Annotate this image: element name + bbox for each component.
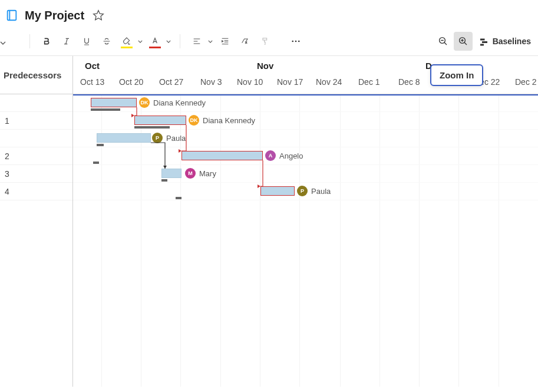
zoom-in-tooltip: Zoom In (430, 64, 483, 86)
predecessors-column: Predecessors 1234 (0, 56, 73, 387)
task-assignee[interactable]: DKDiana Kennedy (139, 97, 206, 108)
task-bar[interactable] (91, 98, 137, 107)
assignee-name: Paula (311, 187, 331, 196)
task-bar[interactable] (181, 151, 263, 160)
separator (29, 34, 30, 48)
predecessor-cell[interactable]: 4 (0, 183, 72, 200)
font-color-swatch (149, 47, 161, 48)
strikethrough-button[interactable] (97, 32, 116, 51)
week-label: Dec 1 (358, 77, 380, 87)
star-icon[interactable] (93, 9, 104, 21)
avatar: P (152, 133, 163, 143)
zoom-group: Baselines (434, 32, 536, 51)
progress-indicator (134, 126, 170, 129)
tooltip-label: Zoom In (440, 70, 474, 80)
italic-button[interactable] (57, 32, 76, 51)
baselines-label: Baselines (493, 37, 531, 46)
week-label: Oct 27 (159, 77, 183, 87)
chevron-down-icon[interactable] (206, 32, 214, 51)
progress-indicator (91, 108, 120, 111)
gantt-body[interactable]: DKDiana KennedyDKDiana KennedyPPaulaAAng… (73, 94, 538, 387)
week-label: Nov 17 (277, 77, 303, 87)
text-style-group (37, 32, 173, 51)
svg-point-3 (298, 41, 300, 42)
font-color-button[interactable] (146, 32, 164, 51)
underline-button[interactable] (77, 32, 96, 51)
progress-indicator (176, 197, 181, 199)
week-label: Oct 13 (80, 77, 104, 87)
task-bar[interactable] (97, 133, 151, 143)
gantt-chart[interactable]: OctNovDec Oct 13Oct 20Oct 27Nov 3Nov 10N… (73, 56, 538, 387)
main-area: Predecessors 1234 OctNovDec Oct 13Oct 20… (0, 56, 538, 387)
svg-point-1 (292, 41, 293, 42)
task-row[interactable]: DKDiana Kennedy (73, 112, 538, 130)
predecessor-cell[interactable] (0, 94, 72, 112)
assignee-name: Diana Kennedy (153, 98, 206, 107)
month-label: Nov (257, 61, 273, 71)
task-row[interactable]: MMary (73, 165, 538, 183)
task-assignee[interactable]: PPaula (152, 133, 186, 143)
predecessor-cell[interactable]: 3 (0, 165, 72, 183)
predecessor-cell[interactable]: 1 (0, 112, 72, 130)
svg-rect-0 (8, 11, 16, 21)
avatar: DK (139, 97, 150, 108)
clear-format-button[interactable] (236, 32, 255, 51)
avatar: P (297, 186, 308, 196)
clipped-dropdown[interactable] (0, 41, 6, 45)
font-color-dropdown[interactable] (146, 32, 173, 51)
predecessor-cell[interactable]: 2 (0, 147, 72, 165)
fill-color-dropdown[interactable] (117, 32, 144, 51)
alignment-group (187, 32, 275, 51)
align-button[interactable] (187, 32, 206, 51)
task-bar[interactable] (161, 169, 181, 178)
task-row[interactable]: PPaula (73, 183, 538, 200)
assignee-name: Diana Kennedy (203, 116, 255, 125)
assignee-name: Mary (199, 169, 216, 178)
baselines-icon (478, 36, 489, 47)
progress-indicator (161, 179, 167, 182)
avatar: A (265, 150, 276, 161)
task-assignee[interactable]: AAngelo (265, 150, 303, 161)
assignee-name: Paula (166, 134, 186, 143)
task-row[interactable]: DKDiana Kennedy (73, 94, 538, 112)
task-assignee[interactable]: PPaula (297, 186, 331, 196)
task-row[interactable]: AAngelo (73, 147, 538, 165)
predecessors-header[interactable]: Predecessors (0, 56, 72, 94)
app-header: My Project (0, 0, 538, 29)
zoom-in-button[interactable] (454, 32, 473, 51)
avatar: DK (189, 115, 199, 126)
week-label: Nov 3 (200, 77, 222, 87)
chevron-down-icon[interactable] (164, 32, 173, 51)
avatar: M (185, 168, 196, 179)
project-title[interactable]: My Project (25, 9, 84, 22)
task-assignee[interactable]: DKDiana Kennedy (189, 115, 255, 126)
task-bar[interactable] (134, 116, 186, 125)
bold-button[interactable] (37, 32, 56, 51)
fill-color-swatch (121, 47, 133, 48)
selection-line (73, 94, 538, 95)
fill-color-button[interactable] (117, 32, 136, 51)
baselines-button[interactable]: Baselines (474, 32, 536, 51)
svg-point-2 (295, 41, 297, 42)
more-group (286, 32, 305, 51)
progress-indicator (97, 144, 104, 146)
month-label: Oct (85, 61, 100, 71)
align-dropdown[interactable] (187, 32, 214, 51)
week-label: Nov 10 (237, 77, 263, 87)
format-painter-button (256, 32, 275, 51)
more-options-button[interactable] (286, 32, 305, 51)
zoom-out-button[interactable] (434, 32, 453, 51)
week-label: Nov 24 (316, 77, 342, 87)
task-bar[interactable] (260, 186, 295, 196)
assignee-name: Angelo (279, 151, 303, 160)
separator (180, 34, 180, 48)
indent-button[interactable] (216, 32, 235, 51)
formatting-toolbar: Baselines (0, 29, 538, 56)
week-label: Dec 8 (398, 77, 420, 87)
predecessor-cell[interactable] (0, 130, 72, 147)
task-assignee[interactable]: MMary (185, 168, 216, 179)
project-icon (5, 8, 19, 22)
task-row[interactable]: PPaula (73, 130, 538, 147)
chevron-down-icon[interactable] (136, 32, 144, 51)
week-label: Oct 20 (119, 77, 143, 87)
